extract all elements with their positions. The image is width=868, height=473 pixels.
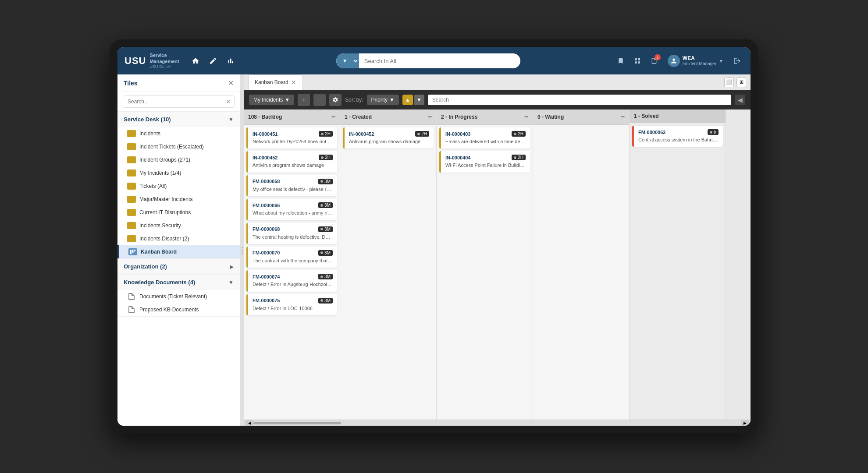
sidebar-item-proposed-kb-documents[interactable]: Proposed KB-Documents [117,303,240,316]
my-incidents-label: My Incidents [253,97,283,103]
kanban-column-created-collapse[interactable]: − [428,113,432,121]
kanban-collapse-button[interactable]: ◀ [735,95,745,105]
kanban-column-in-progress-collapse[interactable]: − [524,113,528,121]
logout-icon[interactable] [730,54,743,67]
sort-asc-button[interactable]: ▲ [402,95,413,105]
sidebar-section-knowledge-documents-arrow: ▼ [228,279,234,286]
add-column-button[interactable]: + [298,94,310,106]
kanban-card-fm0000068-header: FM-0000068 3M [253,226,333,232]
kanban-card-fm0000070[interactable]: FM-0000070 3M The contract with the comp… [246,247,337,268]
kanban-card-fm0000066[interactable]: FM-0000066 3M What about my relocation -… [246,199,337,220]
sidebar-item-documents-ticket-relevant[interactable]: Documents (Ticket Relevant) [117,290,240,303]
sidebar-section-service-desk-title: Service Desk (10) [124,116,171,123]
kanban-card-in0000451-id: IN-0000451 [253,131,278,137]
kanban-scroll-right-button[interactable]: ▶ [741,420,749,426]
tab-kanban-board-close[interactable]: ✕ [291,79,296,86]
kanban-card-in0000451-header: IN-0000451 2H [253,131,333,137]
tabs-grid-button[interactable]: ⊞ [736,78,746,87]
kanban-scroll-left-button[interactable]: ◀ [245,420,253,426]
sidebar-items-service-desk: Incidents Incident Tickets (Escalated) I… [117,127,240,258]
kanban-card-created-in0000452-badge: 2H [415,131,429,137]
kanban-column-backlog-collapse[interactable]: − [331,113,335,121]
sidebar-section-knowledge-documents-header[interactable]: Knowledge Documents (4) ▼ [117,275,240,290]
kanban-card-fm0000062[interactable]: FM-0000062 tr Central access system in t… [632,126,723,147]
main-content: Tiles ✕ ✕ Service Desk (10) ▼ [117,74,751,426]
sidebar-item-current-it-disruptions-label: Current IT Disruptions [139,209,234,215]
resize-handle[interactable] [240,74,244,426]
sidebar-item-incident-tickets-escalated[interactable]: Incident Tickets (Escalated) [117,140,240,153]
kanban-search-input[interactable] [428,95,731,105]
sidebar-item-incidents-label: Incidents [139,131,234,137]
chart-button[interactable] [223,53,238,68]
remove-column-button[interactable]: − [313,94,326,106]
user-button[interactable]: WEA Incident Manager ▼ [664,53,727,69]
kanban-columns-wrapper: 108 - Backlog − IN-0000451 2H [244,109,751,420]
brand-text: Service Management USU GmbH [149,53,179,69]
kanban-card-in0000452[interactable]: IN-0000452 2H Antivirus program shows da… [246,151,337,172]
sidebar-section-service-desk-header[interactable]: Service Desk (10) ▼ [117,112,240,127]
home-button[interactable] [188,53,203,68]
docs-icon[interactable]: 1 [647,54,661,67]
kanban-card-fm0000074-header: FM-0000074 3M [253,274,333,279]
incident-groups-icon [127,156,136,163]
kanban-card-fm0000066-badge: 3M [318,202,333,208]
kanban-card-in0000404[interactable]: IN-0000404 2H Wi-Fi Access Point Failure… [439,151,530,172]
sidebar-item-my-incidents[interactable]: My Incidents (1/4) [117,166,240,180]
sort-desc-button[interactable]: ▼ [414,95,424,105]
sidebar-close-button[interactable]: ✕ [228,79,234,87]
sidebar-item-incident-groups-label: Incident Groups (271) [139,157,234,163]
sidebar-item-incidents-disaster[interactable]: Incidents Disaster (2) [117,232,240,245]
kanban-card-fm0000070-text: The contract with the company that mai..… [253,258,333,264]
kanban-column-backlog-header: 108 - Backlog − [244,109,340,125]
kanban-card-fm0000058[interactable]: FM-0000058 3M My office seat is defectiv… [246,175,337,196]
nav-icons [188,53,238,68]
kanban-card-created-in0000452-header: IN-0000452 2H [349,131,429,137]
sidebar-item-incident-groups[interactable]: Incident Groups (271) [117,153,240,166]
kanban-card-fm0000075-header: FM-0000075 3M [253,298,333,304]
sidebar-item-tickets-all[interactable]: Tickets (All) [117,180,240,193]
kanban-card-fm0000075[interactable]: FM-0000075 3M Defect / Error in LOC-1000… [246,294,337,315]
priority-sort-dropdown[interactable]: Priority ▼ [367,95,399,105]
edit-button[interactable] [206,53,221,68]
my-incidents-dropdown[interactable]: My Incidents ▼ [249,95,294,105]
kanban-scroll-track[interactable]: ◀ ▶ [244,420,751,426]
svg-rect-1 [132,250,134,253]
tabs-window-button[interactable]: ⬜ [724,78,734,87]
sidebar-header: Tiles ✕ [117,74,240,92]
search-input[interactable] [359,58,520,64]
sidebar-item-kanban-board[interactable]: Kanban Board [117,245,240,258]
kanban-board-icon [128,248,137,255]
sidebar-item-documents-ticket-relevant-label: Documents (Ticket Relevant) [139,293,234,300]
sidebar-item-tickets-all-label: Tickets (All) [139,183,234,189]
kanban-card-in0000403[interactable]: IN-0000403 2H Emails are delivered with … [439,127,530,148]
kanban-card-fm0000074[interactable]: FM-0000074 3M Defect / Error in Augsburg… [246,270,337,291]
sidebar-section-organization-header[interactable]: Organization (2) ▶ [117,259,240,274]
kanban-scroll-thumb[interactable] [253,422,341,424]
kanban-column-waiting-collapse[interactable]: − [621,113,625,121]
sidebar-item-current-it-disruptions[interactable]: Current IT Disruptions [117,206,240,219]
settings-button[interactable] [329,94,342,106]
kanban-card-fm0000058-id: FM-0000058 [253,179,280,184]
tickets-all-icon [127,183,136,190]
sidebar-item-major-master-incidents[interactable]: Major/Master Incidents [117,193,240,206]
kanban-card-fm0000074-badge: 3M [318,274,333,279]
kanban-card-in0000452-header: IN-0000452 2H [253,155,333,160]
kanban-card-created-in0000452[interactable]: IN-0000452 2H Antivirus program shows da… [343,127,434,148]
sidebar-item-incidents-security[interactable]: Incidents Security [117,219,240,232]
grid-icon[interactable] [631,54,644,67]
kanban-cards-created: IN-0000452 2H Antivirus program shows da… [340,125,436,420]
search-scope-select[interactable]: ▼ [336,53,359,68]
incidents-icon [127,130,136,137]
kanban-card-in0000451[interactable]: IN-0000451 2H Network printer DyP0254 do… [246,127,337,148]
kanban-card-fm0000058-badge: 3M [318,179,333,184]
tab-kanban-board[interactable]: Kanban Board ✕ [248,74,303,90]
kanban-card-in0000404-text: Wi-Fi Access Point Failure in Building 2… [445,162,526,169]
sidebar-item-incidents-disaster-label: Incidents Disaster (2) [139,236,234,242]
bookmark-icon[interactable] [614,54,627,67]
sidebar-search-input[interactable] [123,95,235,108]
sidebar-search-clear-icon[interactable]: ✕ [226,98,231,105]
sidebar-item-incidents[interactable]: Incidents [117,127,240,140]
search-bar: ▼ [336,53,520,68]
kanban-toolbar: My Incidents ▼ + − Sort by: Priority ▼ ▲ [244,90,751,109]
kanban-card-fm0000068[interactable]: FM-0000068 3M The central heating is def… [246,223,337,244]
